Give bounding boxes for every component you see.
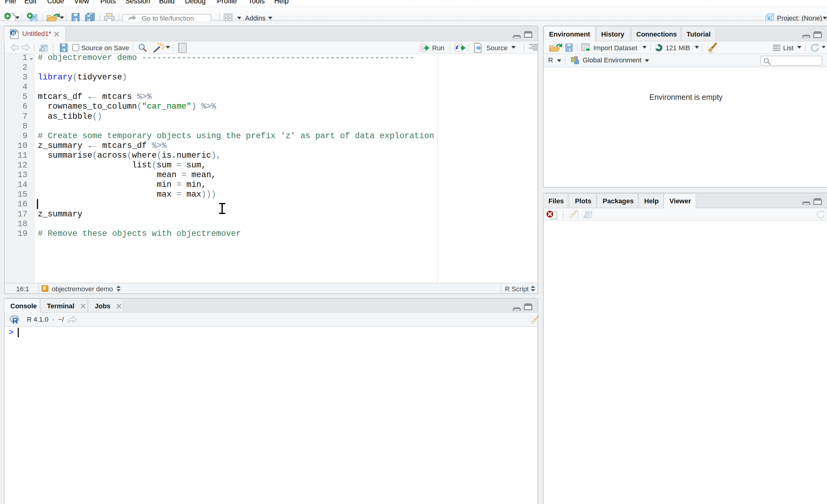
svg-text:R: R bbox=[767, 16, 771, 21]
svg-text:R: R bbox=[12, 316, 18, 325]
svg-text:R: R bbox=[33, 15, 36, 20]
svg-text:R: R bbox=[12, 31, 15, 36]
